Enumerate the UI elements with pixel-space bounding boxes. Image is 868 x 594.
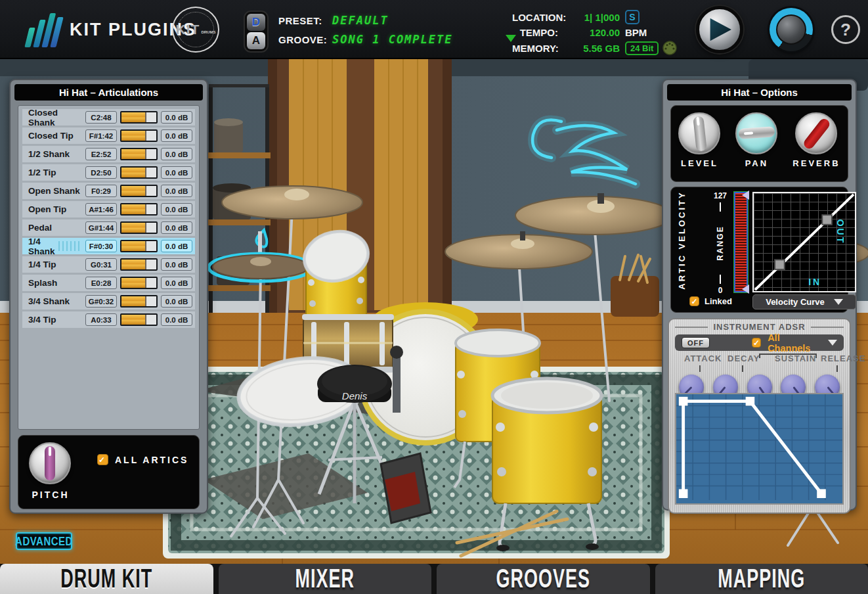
articulation-db-box[interactable]: 0.0 dB xyxy=(161,166,192,179)
bottom-tab-bar: DRUM KIT MIXER GROOVES MAPPING xyxy=(0,564,868,594)
articulation-volume-fader[interactable] xyxy=(120,240,158,252)
articulation-row[interactable]: 3/4 Tip A0:33 0.0 dB xyxy=(22,311,195,328)
preset-value-display[interactable]: DEFAULT xyxy=(332,14,453,27)
articulation-note-box[interactable]: G#0:32 xyxy=(85,295,117,308)
crash-cymbal-left[interactable] xyxy=(222,186,362,219)
articulation-volume-fader[interactable] xyxy=(120,185,158,197)
stool-brand-text: Denis xyxy=(342,390,368,401)
play-button[interactable] xyxy=(696,6,743,53)
articulation-db-box[interactable]: 0.0 dB xyxy=(161,295,192,308)
articulation-volume-fader[interactable] xyxy=(120,277,158,289)
articulation-db-box[interactable]: 0.0 dB xyxy=(161,277,192,289)
bottom-tab[interactable]: MIXER xyxy=(219,564,432,594)
articulation-row[interactable]: 1/4 Shank F#0:30 0.0 dB xyxy=(22,238,195,254)
adsr-channels-label[interactable]: All Channels xyxy=(768,332,821,354)
articulation-row[interactable]: 1/4 Tip G0:31 0.0 dB xyxy=(22,256,195,273)
range-handle-bottom[interactable] xyxy=(742,285,749,294)
articulation-db-box[interactable]: 0.0 dB xyxy=(161,111,192,124)
articulation-row[interactable]: 1/2 Tip D2:50 0.0 dB xyxy=(22,164,195,181)
articulation-db-box[interactable]: 0.0 dB xyxy=(161,185,192,197)
articulation-note-box[interactable]: E2:52 xyxy=(85,148,117,160)
articulation-row[interactable]: 1/2 Shank E2:52 0.0 dB xyxy=(22,146,195,162)
level-label: LEVEL xyxy=(681,158,718,168)
tempo-value[interactable]: 120.00 xyxy=(563,27,620,38)
articulation-row[interactable]: Open Shank F0:29 0.0 dB xyxy=(22,183,195,199)
articulation-db-box[interactable]: 0.0 dB xyxy=(161,258,192,271)
articulation-name: Pedal xyxy=(25,223,82,233)
reverb-knob[interactable] xyxy=(795,112,837,154)
help-button[interactable]: ? xyxy=(831,15,860,44)
articulation-db-box[interactable]: 0.0 dB xyxy=(161,148,192,160)
pan-knob[interactable] xyxy=(735,112,777,154)
articulation-volume-fader[interactable] xyxy=(120,203,158,216)
adsr-channels-checkbox[interactable]: ✓ xyxy=(752,338,761,348)
range-handle-top[interactable] xyxy=(742,191,749,200)
env-handle-release[interactable] xyxy=(817,489,826,498)
pitch-knob[interactable] xyxy=(29,442,71,484)
kit-drums-logo-kit: KIT xyxy=(176,22,200,37)
articulation-row[interactable]: 3/4 Shank G#0:32 0.0 dB xyxy=(22,293,195,309)
adsr-envelope-display[interactable] xyxy=(675,393,844,505)
articulations-panel-title: Hi Hat – Articulations xyxy=(14,84,203,101)
articulation-note-box[interactable]: A#1:46 xyxy=(85,203,117,216)
groove-value-display[interactable]: SONG 1 COMPLETE xyxy=(332,33,453,46)
articulation-db-box[interactable]: 0.0 dB xyxy=(161,240,192,252)
articulation-volume-fader[interactable] xyxy=(120,148,158,160)
articulation-note-box[interactable]: G0:31 xyxy=(85,258,117,271)
articulation-row[interactable]: Pedal G#1:44 0.0 dB xyxy=(22,219,195,236)
da-toggle-a[interactable]: A xyxy=(247,32,265,49)
articulation-db-box[interactable]: 0.0 dB xyxy=(161,221,192,234)
artic-velocity-section: ARTIC VELOCITY 127 RANGE 0 IN OUT xyxy=(670,187,848,313)
articulation-note-box[interactable]: D2:50 xyxy=(85,166,117,179)
da-toggle-d[interactable]: D xyxy=(247,14,265,31)
velocity-curve-grid[interactable]: IN OUT xyxy=(752,192,856,292)
articulation-note-box[interactable]: F#1:42 xyxy=(85,129,117,142)
play-icon xyxy=(708,18,733,41)
articulation-note-box[interactable]: F0:29 xyxy=(85,185,117,197)
adsr-off-button[interactable]: OFF xyxy=(682,337,710,348)
articulation-volume-fader[interactable] xyxy=(120,111,158,124)
articulation-name: Closed Tip xyxy=(25,131,82,141)
articulation-db-box[interactable]: 0.0 dB xyxy=(161,313,192,326)
articulation-volume-fader[interactable] xyxy=(120,129,158,142)
articulation-row[interactable]: Splash E0:28 0.0 dB xyxy=(22,275,195,291)
articulation-name: 1/4 Tip xyxy=(25,260,82,269)
all-artics-checkbox[interactable]: ✓ xyxy=(97,454,108,465)
sync-badge[interactable]: S xyxy=(625,10,640,24)
velocity-range-meter[interactable] xyxy=(734,192,748,292)
articulation-volume-fader[interactable] xyxy=(120,258,158,271)
channels-dropdown-arrow-icon[interactable] xyxy=(828,340,837,346)
bottom-tab[interactable]: MAPPING xyxy=(655,564,868,594)
articulation-db-box[interactable]: 0.0 dB xyxy=(161,129,192,142)
linked-checkbox[interactable]: ✓ xyxy=(689,296,699,306)
articulation-row[interactable]: Open Tip A#1:46 0.0 dB xyxy=(22,201,195,217)
articulation-row[interactable]: Closed Tip F#1:42 0.0 dB xyxy=(22,127,195,144)
articulation-note-box[interactable]: E0:28 xyxy=(85,277,117,289)
memory-value: 5.56 GB xyxy=(563,43,620,54)
bottom-tab[interactable]: DRUM KIT xyxy=(0,564,213,594)
velocity-curve-dropdown[interactable]: Velocity Curve xyxy=(752,294,856,309)
curve-handle-low[interactable] xyxy=(775,260,785,269)
range-min: 0 xyxy=(718,286,723,295)
articulation-volume-fader[interactable] xyxy=(120,221,158,234)
articulation-note-box[interactable]: C2:48 xyxy=(85,111,117,124)
articulation-note-box[interactable]: A0:33 xyxy=(85,313,117,326)
env-handle-start[interactable] xyxy=(679,489,688,498)
da-toggle[interactable]: D A xyxy=(244,11,269,53)
articulation-db-box[interactable]: 0.0 dB xyxy=(161,203,192,216)
articulation-row[interactable]: Closed Shank C2:48 0.0 dB xyxy=(22,109,195,126)
bottom-tab[interactable]: GROOVES xyxy=(437,564,650,594)
location-value[interactable]: 1| 1|000 xyxy=(563,12,620,23)
articulation-volume-fader[interactable] xyxy=(120,295,158,308)
env-handle-attack[interactable] xyxy=(679,397,688,406)
articulation-note-box[interactable]: F#0:30 xyxy=(85,240,117,252)
articulation-volume-fader[interactable] xyxy=(120,313,158,326)
articulation-note-box[interactable]: G#1:44 xyxy=(85,221,117,234)
env-handle-decay[interactable] xyxy=(746,397,755,406)
advanced-button[interactable]: ADVANCED xyxy=(16,532,72,550)
level-knob[interactable] xyxy=(678,112,720,154)
articulation-volume-fader[interactable] xyxy=(120,166,158,179)
curve-handle-high[interactable] xyxy=(822,215,832,225)
pitch-section: PITCH ✓ ALL ARTICS xyxy=(18,435,200,509)
master-volume-knob[interactable] xyxy=(770,8,813,51)
